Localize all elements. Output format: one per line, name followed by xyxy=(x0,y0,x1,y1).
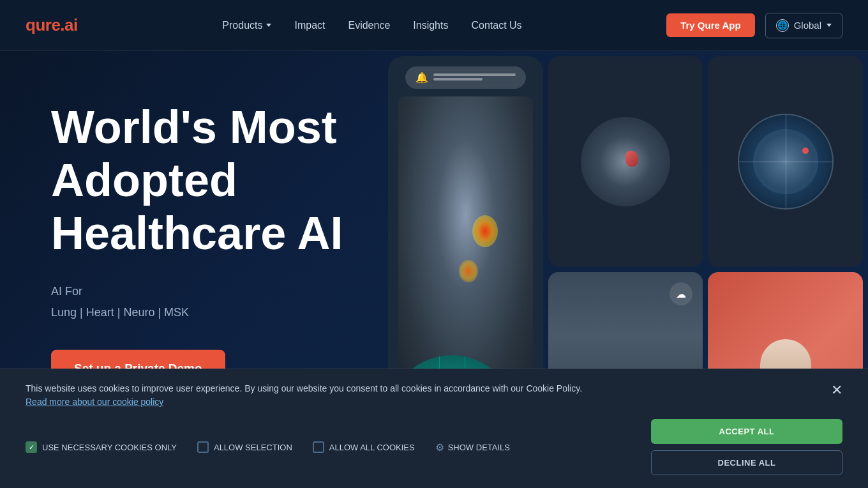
global-label: Global xyxy=(794,20,821,31)
hero-subtitle: AI For xyxy=(51,285,408,298)
chest-xray-image xyxy=(398,96,533,393)
contact-label: Contact Us xyxy=(471,20,521,31)
accept-all-button[interactable]: ACCEPT ALL xyxy=(651,419,842,444)
accept-label: ACCEPT ALL xyxy=(719,427,775,436)
show-details-button[interactable]: ⚙ SHOW DETAILS xyxy=(435,441,510,454)
products-label: Products xyxy=(222,20,262,31)
hero-content: World's Most Adopted Healthcare AI AI Fo… xyxy=(51,101,408,387)
checkbox-all-label: ALLOW ALL COOKIES xyxy=(329,443,415,452)
logo[interactable]: qure.ai xyxy=(26,15,78,35)
notif-line-1 xyxy=(433,73,516,76)
hero-title: World's Most Adopted Healthcare AI xyxy=(51,101,408,259)
lung-ct-image xyxy=(738,114,834,210)
decline-label: DECLINE ALL xyxy=(718,458,776,468)
checkbox-necessary-label: USE NECESSARY COOKIES ONLY xyxy=(42,443,177,452)
nav-contact[interactable]: Contact Us xyxy=(471,20,521,31)
cookie-message-text: This website uses cookies to improve use… xyxy=(26,383,582,393)
crosshair-overlay xyxy=(739,115,832,208)
gear-icon: ⚙ xyxy=(435,441,444,454)
cookie-footer-row: ✓ USE NECESSARY COOKIES ONLY ALLOW SELEC… xyxy=(26,419,842,475)
globe-icon: 🌐 xyxy=(776,19,789,32)
evidence-label: Evidence xyxy=(348,20,390,31)
cookie-text-area: This website uses cookies to improve use… xyxy=(26,382,816,409)
close-cookie-button[interactable]: ✕ xyxy=(831,382,842,399)
lung-ct-card xyxy=(708,56,863,267)
hero-tags: Lung | Heart | Neuro | MSK xyxy=(51,306,408,319)
nav-evidence[interactable]: Evidence xyxy=(348,20,390,31)
checkbox-selection-box xyxy=(197,441,209,453)
xray-background xyxy=(398,96,533,393)
cookie-message: This website uses cookies to improve use… xyxy=(26,382,587,409)
brain-lesion xyxy=(625,151,638,167)
checkbox-all[interactable]: ALLOW ALL COOKIES xyxy=(313,441,415,453)
chevron-down-icon xyxy=(266,24,271,27)
cookie-top-row: This website uses cookies to improve use… xyxy=(26,382,842,409)
cookie-controls-row: ✓ USE NECESSARY COOKIES ONLY ALLOW SELEC… xyxy=(26,441,510,454)
checkbox-selection[interactable]: ALLOW SELECTION xyxy=(197,441,292,453)
global-chevron-icon xyxy=(827,24,832,27)
heatmap-primary xyxy=(472,215,498,247)
show-details-label: SHOW DETAILS xyxy=(448,443,510,452)
checkbox-necessary[interactable]: ✓ USE NECESSARY COOKIES ONLY xyxy=(26,441,177,453)
cookie-policy-link[interactable]: Read more about our cookie policy xyxy=(26,397,163,407)
brain-scan-card xyxy=(548,56,703,267)
checkbox-selection-label: ALLOW SELECTION xyxy=(214,443,292,452)
heatmap-secondary xyxy=(459,260,478,282)
try-qure-button[interactable]: Try Qure App xyxy=(666,13,754,37)
nav-products[interactable]: Products xyxy=(222,20,271,31)
notif-line-2 xyxy=(433,78,483,80)
try-qure-label: Try Qure App xyxy=(680,20,740,31)
checkbox-all-box xyxy=(313,441,324,453)
notification-bubble: 🔔 xyxy=(405,66,527,89)
nav-right: Try Qure App 🌐 Global xyxy=(666,13,842,38)
decline-all-button[interactable]: DECLINE ALL xyxy=(651,450,842,475)
navbar: qure.ai Products Impact Evidence Insight… xyxy=(0,0,868,51)
global-selector[interactable]: 🌐 Global xyxy=(765,13,842,38)
cookie-action-buttons: ACCEPT ALL DECLINE ALL xyxy=(651,419,842,475)
checkbox-necessary-box: ✓ xyxy=(26,441,37,453)
impact-label: Impact xyxy=(294,20,325,31)
nav-impact[interactable]: Impact xyxy=(294,20,325,31)
cookie-banner: This website uses cookies to improve use… xyxy=(0,369,868,488)
nav-insights[interactable]: Insights xyxy=(413,20,448,31)
insights-label: Insights xyxy=(413,20,448,31)
nav-links: Products Impact Evidence Insights Contac… xyxy=(222,20,521,31)
logo-text: qure.ai xyxy=(26,15,78,34)
bell-icon: 🔔 xyxy=(415,72,428,84)
brain-image xyxy=(581,117,670,206)
notif-lines xyxy=(433,73,516,82)
check-mark-icon: ✓ xyxy=(29,443,34,452)
